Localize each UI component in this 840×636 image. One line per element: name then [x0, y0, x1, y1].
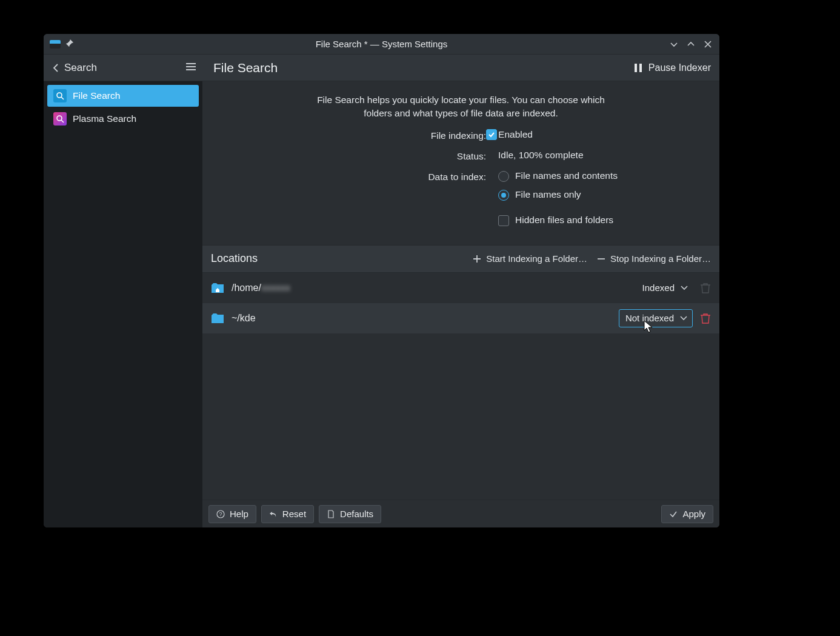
- help-button[interactable]: ? Help: [208, 505, 256, 523]
- back-button[interactable]: Search: [52, 62, 97, 74]
- remove-location-button[interactable]: [700, 312, 711, 324]
- window-title: File Search * — System Settings: [44, 39, 719, 49]
- location-path: ~/kde: [232, 313, 612, 324]
- header-row: Search File Search Pause Indexer: [44, 55, 719, 81]
- hamburger-menu[interactable]: [185, 62, 196, 73]
- titlebar[interactable]: File Search * — System Settings: [44, 34, 719, 55]
- document-icon: [327, 510, 335, 518]
- check-icon: [669, 510, 678, 518]
- radio-names-only[interactable]: [498, 190, 509, 201]
- svg-rect-0: [635, 64, 637, 72]
- undo-icon: [269, 510, 278, 518]
- sidebar-item-label: Plasma Search: [73, 113, 136, 124]
- location-path: /home/xxxxxx: [232, 283, 629, 293]
- enabled-checkbox[interactable]: [486, 129, 497, 140]
- status-label: Status:: [304, 149, 486, 163]
- sidebar-item-label: File Search: [73, 90, 120, 101]
- home-folder-icon: [211, 283, 224, 293]
- back-label: Search: [64, 62, 97, 74]
- start-indexing-label: Start Indexing a Folder…: [486, 253, 587, 264]
- locations-bar: Locations Start Indexing a Folder… Stop …: [202, 245, 719, 273]
- hidden-checkbox[interactable]: [498, 215, 509, 226]
- svg-text:?: ?: [219, 511, 222, 517]
- pause-indexer-label: Pause Indexer: [648, 62, 711, 73]
- file-indexing-label: File indexing:: [304, 128, 486, 142]
- defaults-button[interactable]: Defaults: [319, 505, 381, 523]
- chevron-down-icon: [681, 285, 688, 291]
- radio-names-contents-label: File names and contents: [515, 169, 618, 182]
- stop-indexing-button[interactable]: Stop Indexing a Folder…: [597, 253, 711, 264]
- close-button[interactable]: [700, 36, 716, 52]
- start-indexing-button[interactable]: Start Indexing a Folder…: [473, 253, 587, 264]
- folder-icon: [211, 313, 224, 324]
- svg-rect-1: [639, 64, 642, 72]
- hidden-label: Hidden files and folders: [515, 213, 613, 227]
- intro-text: File Search helps you quickly locate you…: [316, 93, 607, 119]
- radio-names-only-label: File names only: [515, 188, 581, 201]
- stop-indexing-label: Stop Indexing a Folder…: [610, 253, 711, 264]
- location-row[interactable]: ~/kde Not indexed: [202, 303, 719, 333]
- status-value: Idle, 100% complete: [498, 149, 618, 162]
- svg-point-3: [57, 116, 62, 121]
- sidebar-item-plasma-search[interactable]: Plasma Search: [47, 108, 199, 130]
- sidebar: File Search Plasma Search: [44, 81, 202, 527]
- location-row[interactable]: /home/xxxxxx Indexed: [202, 273, 719, 303]
- apply-button[interactable]: Apply: [661, 505, 713, 523]
- index-status-dropdown[interactable]: Indexed: [636, 279, 693, 297]
- footer: ? Help Reset Defaults Apply: [202, 500, 719, 527]
- svg-point-2: [57, 93, 62, 98]
- sidebar-item-file-search[interactable]: File Search: [47, 85, 199, 107]
- minimize-button[interactable]: [666, 36, 682, 52]
- index-status-value: Not indexed: [625, 313, 674, 323]
- app-icon: [50, 40, 61, 49]
- index-status-dropdown[interactable]: Not indexed: [619, 309, 693, 327]
- plasma-search-icon: [53, 112, 67, 126]
- index-status-value: Indexed: [642, 283, 675, 293]
- pause-indexer-button[interactable]: Pause Indexer: [634, 62, 711, 73]
- help-icon: ?: [216, 510, 225, 518]
- file-search-icon: [53, 89, 67, 102]
- locations-list: /home/xxxxxx Indexed ~/kde: [202, 273, 719, 500]
- chevron-down-icon: [680, 315, 687, 321]
- pin-icon[interactable]: [65, 39, 74, 49]
- locations-title: Locations: [211, 252, 258, 265]
- maximize-button[interactable]: [683, 36, 699, 52]
- settings-window: File Search * — System Settings Search: [44, 34, 719, 527]
- data-to-index-label: Data to index:: [304, 169, 486, 184]
- reset-button[interactable]: Reset: [261, 505, 314, 523]
- radio-names-contents[interactable]: [498, 171, 509, 182]
- page-title: File Search: [213, 61, 278, 75]
- enabled-label: Enabled: [498, 128, 618, 141]
- remove-location-button: [700, 282, 711, 294]
- main-panel: File Search helps you quickly locate you…: [202, 81, 719, 527]
